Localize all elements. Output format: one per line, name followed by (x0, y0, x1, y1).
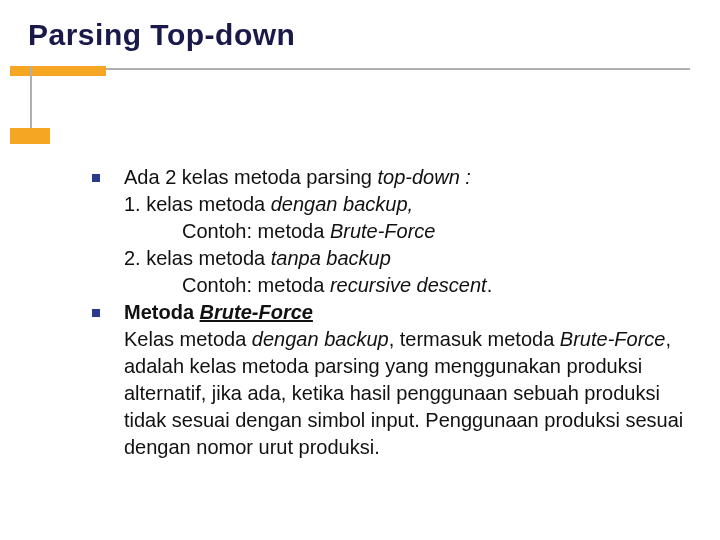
text: . (487, 274, 493, 296)
text-italic: recursive descent (330, 274, 487, 296)
text-bold: Metoda (124, 301, 200, 323)
text: Ada 2 kelas metoda parsing (124, 166, 378, 188)
title-underline (0, 66, 720, 72)
text-italic: Brute-Force (560, 328, 666, 350)
side-orange-bar (10, 128, 50, 144)
text: Kelas metoda (124, 328, 252, 350)
text: , termasuk metoda (389, 328, 560, 350)
text: 1. kelas metoda (124, 193, 271, 215)
slide-title: Parsing Top-down (0, 0, 720, 52)
text: Contoh: metoda (182, 220, 330, 242)
text-italic: dengan backup, (271, 193, 413, 215)
text-italic: Brute-Force (330, 220, 436, 242)
paragraph: Kelas metoda dengan backup, termasuk met… (92, 326, 692, 461)
list-item: Ada 2 kelas metoda parsing top-down : (92, 164, 692, 191)
text-italic: tanpa backup (271, 247, 391, 269)
bullet-icon (92, 309, 100, 317)
text: Contoh: metoda (182, 274, 330, 296)
underline-gray-bar (30, 68, 690, 70)
text: 2. kelas metoda (124, 247, 271, 269)
slide-content: Ada 2 kelas metoda parsing top-down : 1.… (92, 164, 692, 461)
list-item: Metoda Brute-Force (92, 299, 692, 326)
bullet-icon (92, 174, 100, 182)
sub-line: Contoh: metoda recursive descent. (92, 272, 692, 299)
text-bold-italic-underline: Brute-Force (200, 301, 313, 323)
sub-line: Contoh: metoda Brute-Force (92, 218, 692, 245)
text-italic: top-down : (378, 166, 471, 188)
sub-line: 2. kelas metoda tanpa backup (92, 245, 692, 272)
text-italic: dengan backup (252, 328, 389, 350)
sub-line: 1. kelas metoda dengan backup, (92, 191, 692, 218)
underline-orange-bar (10, 66, 106, 76)
